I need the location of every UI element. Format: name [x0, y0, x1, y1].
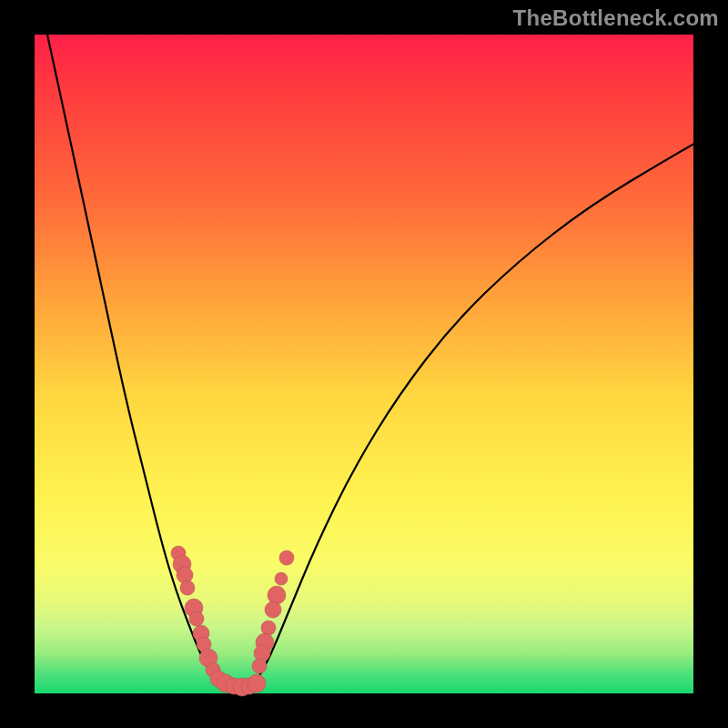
data-dots: [171, 546, 294, 696]
chart-svg: [35, 35, 693, 693]
chart-frame: TheBottleneck.com: [0, 0, 728, 728]
data-dot-right: [265, 602, 281, 618]
plot-area: [35, 35, 693, 693]
data-dot-left: [189, 612, 204, 626]
data-dot-right: [252, 659, 267, 673]
data-dot-right: [279, 551, 294, 565]
bottleneck-curve: [47, 35, 726, 685]
watermark-text: TheBottleneck.com: [513, 5, 719, 31]
data-dot-left: [180, 581, 195, 595]
data-dot-bottom: [248, 674, 266, 693]
curve-group: [47, 35, 726, 685]
data-dot-right: [268, 586, 286, 604]
data-dot-right: [261, 621, 276, 635]
data-dot-right: [275, 572, 288, 585]
